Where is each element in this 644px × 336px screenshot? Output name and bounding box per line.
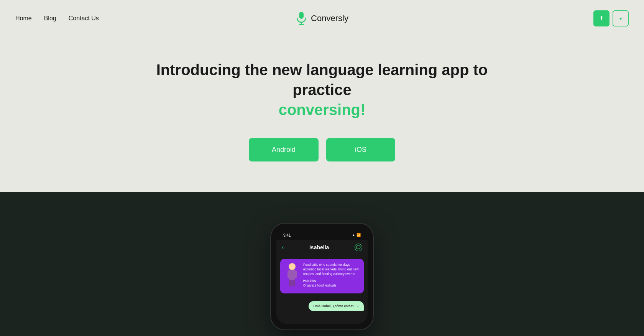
phone-time: 9:41	[283, 233, 291, 237]
svg-point-3	[289, 263, 296, 270]
phone-mockup: 9:41 ▲ 📶 ‹ Isabella	[270, 223, 374, 330]
profile-card: Food critic who spends her days explorin…	[280, 259, 364, 293]
profile-description: Food critic who spends her days explorin…	[303, 263, 360, 277]
chat-bubble: Hola Isabel, ¿cómo estás? ⌄	[309, 301, 364, 311]
facebook-icon: f	[600, 15, 602, 22]
facebook-button[interactable]: f	[593, 10, 610, 26]
mic-icon	[296, 12, 307, 25]
phone-outer: 9:41 ▲ 📶 ‹ Isabella	[270, 223, 374, 330]
nav-contact[interactable]: Contact Us	[69, 15, 99, 22]
profile-text: Food critic who spends her days explorin…	[303, 263, 360, 290]
ios-button[interactable]: iOS	[326, 138, 395, 161]
contact-name: Isabella	[284, 244, 355, 250]
chat-bubble-text: Hola Isabel, ¿cómo estás?	[313, 304, 354, 308]
hero-title: Introducing the new language learning ap…	[150, 60, 495, 120]
dark-section: 9:41 ▲ 📶 ‹ Isabella	[0, 192, 644, 336]
svg-rect-8	[292, 280, 295, 287]
svg-rect-5	[288, 270, 291, 278]
profile-avatar	[284, 263, 300, 290]
brand-name: Conversly	[311, 13, 348, 23]
phone-signal: ▲ 📶	[352, 233, 361, 237]
chat-area: Hola Isabel, ¿cómo estás? ⌄	[280, 297, 364, 311]
svg-rect-7	[289, 280, 292, 287]
hobbies-label: Hobbies	[303, 279, 360, 283]
brand-logo: Conversly	[296, 12, 348, 25]
nav-left: Home Blog Contact Us	[15, 15, 99, 22]
phone-content: Food critic who spends her days explorin…	[276, 255, 368, 324]
hero-section: Introducing the new language learning ap…	[0, 37, 644, 192]
chat-icon[interactable]	[355, 244, 362, 251]
chevron-down-icon: ⌄	[356, 305, 359, 308]
svg-rect-0	[299, 12, 304, 19]
hero-title-line1: Introducing the new language learning ap…	[156, 61, 488, 98]
instagram-button[interactable]: ●	[613, 10, 629, 26]
phone-inner: 9:41 ▲ 📶 ‹ Isabella	[276, 229, 368, 324]
hero-buttons: Android iOS	[249, 138, 395, 161]
instagram-icon: ●	[619, 16, 622, 21]
phone-status-bar: 9:41 ▲ 📶	[276, 229, 368, 240]
phone-notch	[310, 232, 333, 238]
nav-home[interactable]: Home	[15, 15, 32, 22]
nav-social: f ●	[593, 10, 629, 26]
navbar: Home Blog Contact Us Conversly f ●	[0, 0, 644, 37]
svg-rect-6	[294, 270, 297, 278]
hero-title-line2: conversing!	[279, 101, 366, 118]
android-button[interactable]: Android	[249, 138, 319, 161]
hobbies-value: Organize food festivals	[303, 283, 360, 287]
phone-app-header: ‹ Isabella	[276, 240, 368, 255]
nav-blog[interactable]: Blog	[44, 15, 56, 22]
